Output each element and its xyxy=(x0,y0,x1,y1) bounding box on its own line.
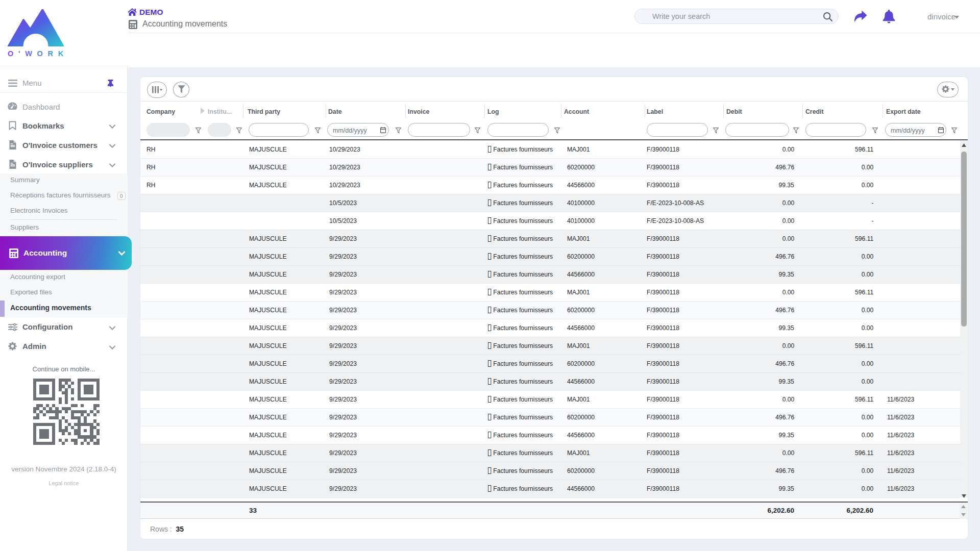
svg-text:O'WORK: O'WORK xyxy=(8,49,67,58)
